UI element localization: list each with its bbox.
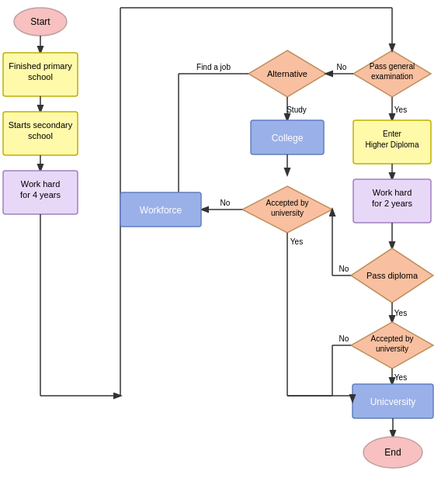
svg-text:university: university: [376, 345, 408, 353]
workforce-label: Workforce: [140, 205, 182, 216]
svg-text:for 2 years: for 2 years: [372, 199, 412, 208]
accepted-uni2-label: Accepted by: [370, 334, 413, 343]
svg-text:school: school: [28, 72, 53, 81]
svg-text:examination: examination: [371, 72, 413, 81]
starts-secondary-label: Starts secondary: [9, 120, 73, 130]
study-label: Study: [287, 106, 307, 114]
svg-text:Higher Diploma: Higher Diploma: [366, 140, 419, 149]
pass-general-label: Pass general: [370, 62, 415, 71]
find-job-label: Find a job: [196, 63, 231, 71]
svg-text:school: school: [28, 131, 53, 140]
yes-label-3: Yes: [394, 373, 407, 382]
svg-text:university: university: [271, 209, 304, 217]
no-label-2: No: [221, 199, 231, 207]
no-label-3: No: [339, 334, 349, 343]
work-hard-4-label: Work hard: [21, 179, 61, 189]
end-label: End: [384, 447, 401, 458]
finished-primary-label: Finished primary: [9, 61, 72, 71]
no-label-pass-diploma: No: [339, 265, 349, 273]
work-hard-2-label: Work hard: [373, 188, 412, 197]
yes-label-2: Yes: [394, 309, 407, 317]
pass-diploma-label: Pass diploma: [366, 271, 418, 280]
no-label-1: No: [337, 63, 347, 71]
yes-label-1: Yes: [290, 237, 303, 246]
enter-higher-label: Enter: [383, 130, 402, 138]
svg-text:for 4 years: for 4 years: [20, 190, 61, 199]
accepted-uni-label: Accepted by: [266, 199, 308, 207]
college-label: College: [272, 133, 304, 144]
yes-label-pass-general: Yes: [394, 106, 407, 114]
alternative-label: Alternative: [267, 69, 307, 78]
start-label: Start: [30, 16, 50, 27]
unicversity-label: Unicversity: [370, 397, 416, 407]
